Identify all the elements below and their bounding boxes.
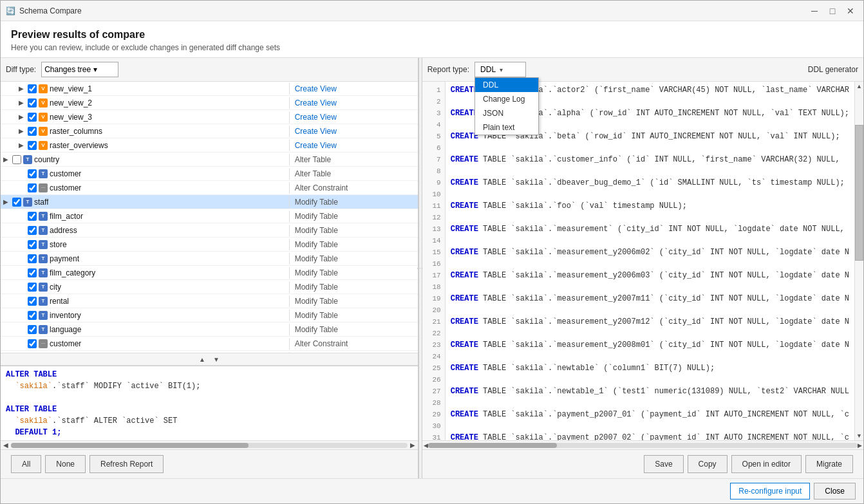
tree-item-language[interactable]: T language Modify Table bbox=[1, 322, 418, 337]
vscroll-thumb[interactable] bbox=[855, 125, 863, 261]
tree-item-store[interactable]: T store Modify Table bbox=[1, 238, 418, 252]
sql-horizontal-scrollbar[interactable]: ◀ ▶ bbox=[1, 440, 418, 449]
reconfigure-input-button[interactable]: Re-configure input bbox=[730, 483, 810, 499]
tree-item-customer-1[interactable]: T customer Alter Table bbox=[1, 167, 418, 181]
vscroll-track[interactable] bbox=[855, 91, 863, 431]
left-action-buttons: All None Refresh Report bbox=[11, 455, 164, 473]
migrate-button[interactable]: Migrate bbox=[805, 455, 853, 473]
line-num-6: 6 bbox=[422, 142, 445, 154]
line-num-17: 17 bbox=[422, 270, 445, 281]
item-checkbox[interactable] bbox=[28, 127, 37, 136]
tree-item-new-view-2[interactable]: ▶ V new_view_2 Create View bbox=[1, 96, 418, 110]
scroll-down-icon[interactable]: ▼ bbox=[212, 355, 221, 364]
item-checkbox[interactable] bbox=[12, 155, 21, 164]
tree-item-rental[interactable]: T rental Modify Table bbox=[1, 294, 418, 308]
minimize-button[interactable]: ─ bbox=[807, 5, 822, 17]
line-num-8: 8 bbox=[422, 165, 445, 177]
item-checkbox[interactable] bbox=[28, 297, 37, 306]
tree-item-payment[interactable]: T payment Modify Table bbox=[1, 252, 418, 266]
code-line-10 bbox=[451, 189, 849, 200]
item-checkbox[interactable] bbox=[28, 254, 37, 263]
tree-item-city[interactable]: T city Modify Table bbox=[1, 280, 418, 294]
item-label: rental bbox=[50, 297, 69, 306]
ddl-select-button[interactable]: DDL ▾ bbox=[474, 62, 526, 77]
item-action: Create View bbox=[289, 126, 418, 137]
item-checkbox[interactable] bbox=[28, 240, 37, 249]
table-icon: T bbox=[38, 282, 48, 292]
item-checkbox[interactable] bbox=[12, 198, 21, 207]
dropdown-item-plaintext[interactable]: Plain text bbox=[475, 120, 538, 135]
app-title: Schema Compare bbox=[19, 6, 82, 15]
scroll-up-icon[interactable]: ▲ bbox=[198, 355, 207, 364]
close-button[interactable]: Close bbox=[814, 483, 856, 499]
item-checkbox[interactable] bbox=[28, 339, 37, 348]
all-button[interactable]: All bbox=[11, 455, 41, 473]
tree-item-inventory[interactable]: T inventory Modify Table bbox=[1, 308, 418, 322]
tree-item-customer-2[interactable]: ··· customer Alter Constraint bbox=[1, 181, 418, 195]
expand-icon: ▶ bbox=[3, 156, 11, 163]
sql-scroll[interactable]: ALTER TABLE `sakila`.`staff` MODIFY `act… bbox=[1, 366, 418, 440]
view-icon: V bbox=[38, 140, 48, 151]
item-checkbox[interactable] bbox=[28, 169, 37, 178]
hscroll-track[interactable] bbox=[11, 443, 408, 448]
item-checkbox[interactable] bbox=[28, 283, 37, 292]
item-checkbox[interactable] bbox=[28, 325, 37, 334]
code-line-11: CREATE TABLE `sakila`.`foo` (`val` times… bbox=[451, 200, 849, 212]
dropdown-item-ddl[interactable]: DDL bbox=[475, 78, 538, 92]
copy-button[interactable]: Copy bbox=[688, 455, 728, 473]
item-checkbox[interactable] bbox=[28, 311, 37, 320]
item-checkbox[interactable] bbox=[28, 226, 37, 235]
item-checkbox[interactable] bbox=[28, 212, 37, 221]
right-hscroll-thumb[interactable] bbox=[428, 443, 557, 448]
item-action: Modify Table bbox=[289, 253, 418, 265]
item-label: raster_columns bbox=[50, 127, 102, 136]
none-button[interactable]: None bbox=[45, 455, 86, 473]
maximize-button[interactable]: □ bbox=[825, 5, 840, 17]
line-num-16: 16 bbox=[422, 258, 445, 270]
tree-item-country[interactable]: ▶ T country Alter Table bbox=[1, 153, 418, 167]
scroll-left-icon[interactable]: ◀ bbox=[3, 442, 8, 449]
item-checkbox[interactable] bbox=[28, 113, 37, 122]
item-checkbox[interactable] bbox=[28, 98, 37, 107]
close-window-button[interactable]: ✕ bbox=[843, 5, 858, 17]
open-in-editor-button[interactable]: Open in editor bbox=[731, 455, 802, 473]
left-panel: Diff type: Changes tree ▾ ▶ V new_view_ bbox=[1, 58, 418, 478]
expand-icon: ▶ bbox=[3, 198, 11, 205]
item-checkbox[interactable] bbox=[28, 84, 37, 93]
vscroll-down-icon[interactable]: ▼ bbox=[855, 431, 863, 440]
right-hscroll-track[interactable] bbox=[428, 443, 858, 448]
tree-item-staff[interactable]: ▶ T staff Modify Table bbox=[1, 195, 418, 209]
tree-item-new-view-3[interactable]: ▶ V new_view_3 Create View bbox=[1, 110, 418, 124]
tree-item-address[interactable]: T address Modify Table bbox=[1, 223, 418, 238]
item-label: country bbox=[34, 155, 59, 164]
tree-item-customer-3[interactable]: ··· customer Alter Constraint bbox=[1, 337, 418, 351]
right-horizontal-scrollbar[interactable]: ◀ ▶ bbox=[422, 440, 863, 449]
code-line-14 bbox=[451, 235, 849, 247]
refresh-report-button[interactable]: Refresh Report bbox=[89, 455, 164, 473]
tree-item-new-view-1[interactable]: ▶ V new_view_1 Create View bbox=[1, 82, 418, 96]
table-icon: T bbox=[38, 254, 48, 264]
tree-item-film-actor[interactable]: T film_actor Modify Table bbox=[1, 209, 418, 223]
dropdown-item-json[interactable]: JSON bbox=[475, 106, 538, 120]
expand-icon: ▶ bbox=[19, 85, 26, 92]
dropdown-chevron-icon: ▾ bbox=[500, 66, 503, 73]
tree-item-film-category[interactable]: T film_category Modify Table bbox=[1, 266, 418, 280]
save-button[interactable]: Save bbox=[644, 455, 683, 473]
tree-scroll[interactable]: ▶ V new_view_1 Create View ▶ V new_view_ bbox=[1, 82, 418, 353]
item-checkbox[interactable] bbox=[28, 141, 37, 150]
hscroll-right-icon[interactable]: ▶ bbox=[858, 442, 862, 449]
hscroll-thumb[interactable] bbox=[11, 443, 249, 448]
vscroll-up-icon[interactable]: ▲ bbox=[855, 82, 863, 91]
item-checkbox[interactable] bbox=[28, 183, 37, 192]
hscroll-left-icon[interactable]: ◀ bbox=[424, 442, 428, 449]
item-checkbox[interactable] bbox=[28, 268, 37, 277]
right-vertical-scrollbar[interactable]: ▲ ▼ bbox=[854, 82, 863, 440]
item-action: Alter Table bbox=[289, 168, 418, 180]
tree-item-raster-overviews[interactable]: ▶ V raster_overviews Create View bbox=[1, 138, 418, 153]
tree-item-raster-columns[interactable]: ▶ V raster_columns Create View bbox=[1, 124, 418, 138]
scroll-right-icon[interactable]: ▶ bbox=[410, 442, 415, 449]
ddl-dropdown[interactable]: DDL ▾ DDL Change Log JSON Plain text bbox=[474, 62, 526, 77]
diff-type-select[interactable]: Changes tree ▾ bbox=[41, 62, 118, 77]
code-content[interactable]: CREATE TABLE `sakila`.`actor2` (`first_n… bbox=[446, 82, 854, 440]
dropdown-item-changelog[interactable]: Change Log bbox=[475, 92, 538, 106]
